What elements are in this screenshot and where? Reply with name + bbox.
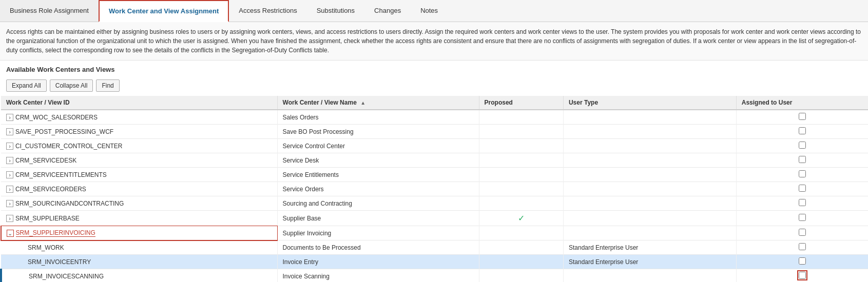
proposed-cell (479, 110, 563, 125)
table-row[interactable]: › CI_CUSTOMER_CONTROL_CENTER Service Con… (1, 139, 868, 153)
col-header-user-type: User Type (563, 96, 736, 110)
assigned-checkbox[interactable] (799, 272, 806, 279)
user-type-cell (563, 196, 736, 211)
assigned-cell[interactable] (736, 125, 868, 139)
assigned-cell[interactable] (736, 255, 868, 269)
wc-id-cell: › CI_CUSTOMER_CONTROL_CENTER (1, 139, 277, 153)
assigned-cell[interactable] (736, 168, 868, 182)
assigned-checkbox[interactable] (799, 113, 806, 120)
work-center-table: Work Center / View ID Work Center / View… (0, 96, 868, 282)
wc-id-cell: ⌄ SRM_SUPPLIERINVOICING (1, 226, 277, 240)
wc-name-cell: Invoice Entry (277, 255, 479, 269)
table-row[interactable]: SRM_WORK Documents to Be ProcessedStanda… (1, 240, 868, 255)
wc-id-text: CRM_SERVICEORDERS (15, 186, 86, 193)
expand-icon[interactable]: › (6, 186, 13, 193)
wc-name-cell: Service Entitlements (277, 168, 479, 182)
wc-name-cell: Service Control Center (277, 139, 479, 153)
proposed-cell (479, 125, 563, 139)
expand-icon[interactable]: › (6, 114, 13, 121)
wc-id-text: CI_CUSTOMER_CONTROL_CENTER (15, 143, 122, 150)
expand-icon[interactable]: › (6, 200, 13, 207)
assigned-cell[interactable] (736, 182, 868, 196)
user-type-cell (563, 226, 736, 240)
assigned-checkbox[interactable] (799, 243, 806, 250)
tab-bar: Business Role AssignmentWork Center and … (0, 0, 868, 22)
assigned-cell[interactable] (736, 139, 868, 153)
table-row[interactable]: › CRM_SERVICEORDERS Service Orders (1, 182, 868, 196)
assigned-cell[interactable] (736, 226, 868, 240)
tab-changes[interactable]: Changes (364, 0, 411, 22)
collapse-icon[interactable]: ⌄ (7, 230, 14, 237)
wc-id-cell: SRM_INVOICEENTRY (1, 255, 277, 269)
assigned-checkbox[interactable] (799, 257, 806, 265)
assigned-checkbox[interactable] (799, 229, 806, 236)
proposed-cell: ✓ (479, 211, 563, 226)
wc-id-cell: › CRM_SERVICEDESK (1, 153, 277, 168)
table-row[interactable]: SRM_INVOICEENTRY Invoice EntryStandard E… (1, 255, 868, 269)
user-type-cell: Standard Enterprise User (563, 240, 736, 255)
expand-all-button[interactable]: Expand All (6, 79, 47, 92)
table-row[interactable]: › CRM_WOC_SALESORDERS Sales Orders (1, 110, 868, 125)
expand-icon[interactable]: › (6, 157, 13, 164)
assigned-cell[interactable] (736, 196, 868, 211)
tab-work-center[interactable]: Work Center and View Assignment (99, 0, 229, 22)
wc-id-text: SRM_INVOICESCANNING (29, 273, 104, 280)
assigned-checkbox[interactable] (799, 156, 806, 163)
assigned-cell[interactable] (736, 269, 868, 283)
wc-id-cell: › SRM_SOURCINGANDCONTRACTING (1, 196, 277, 211)
proposed-cell (479, 168, 563, 182)
assigned-checkbox[interactable] (799, 185, 806, 192)
tab-substitutions[interactable]: Substitutions (307, 0, 364, 22)
assigned-cell[interactable] (736, 153, 868, 168)
wc-name-cell: Supplier Invoicing (277, 226, 479, 240)
wc-id-cell: › SRM_SUPPLIERBASE (1, 211, 277, 226)
tab-business-role[interactable]: Business Role Assignment (0, 0, 99, 22)
expand-icon[interactable]: › (6, 215, 13, 222)
table-header-row: Work Center / View ID Work Center / View… (1, 96, 868, 110)
user-type-cell (563, 125, 736, 139)
user-type-cell (563, 211, 736, 226)
collapse-all-button[interactable]: Collapse All (50, 79, 93, 92)
expand-icon[interactable]: › (6, 143, 13, 150)
table-row[interactable]: › SRM_SUPPLIERBASE Supplier Base✓ (1, 211, 868, 226)
assigned-checkbox[interactable] (799, 142, 806, 149)
wc-id-text: CRM_SERVICEENTITLEMENTS (15, 171, 107, 178)
col-header-assigned: Assigned to User (736, 96, 868, 110)
proposed-cell (479, 255, 563, 269)
wc-id-cell: › CRM_SERVICEENTITLEMENTS (1, 168, 277, 182)
wc-id-text: SAVE_POST_PROCESSING_WCF (15, 128, 113, 135)
proposed-cell (479, 226, 563, 240)
toolbar: Expand All Collapse All Find (0, 76, 868, 96)
sort-icon[interactable]: ▲ (360, 100, 365, 106)
table-row[interactable]: › CRM_SERVICEENTITLEMENTS Service Entitl… (1, 168, 868, 182)
assigned-checkbox[interactable] (799, 214, 806, 221)
assigned-checkbox[interactable] (799, 170, 806, 177)
assigned-cell[interactable] (736, 211, 868, 226)
table-row[interactable]: › SRM_SOURCINGANDCONTRACTING Sourcing an… (1, 196, 868, 211)
expand-icon[interactable]: › (6, 171, 13, 178)
assigned-checkbox[interactable] (799, 127, 806, 134)
table-row[interactable]: SRM_INVOICESCANNING Invoice Scanning (1, 269, 868, 283)
table-row[interactable]: ⌄ SRM_SUPPLIERINVOICING Supplier Invoici… (1, 226, 868, 240)
table-row[interactable]: › SAVE_POST_PROCESSING_WCF Save BO Post … (1, 125, 868, 139)
find-button[interactable]: Find (96, 79, 119, 92)
wc-id-text: SRM_SUPPLIERINVOICING (16, 229, 95, 237)
wc-id-text: CRM_WOC_SALESORDERS (15, 114, 98, 121)
assigned-checkbox[interactable] (799, 199, 806, 206)
assigned-cell[interactable] (736, 240, 868, 255)
col-header-proposed: Proposed (479, 96, 563, 110)
wc-id-text: SRM_SUPPLIERBASE (15, 215, 80, 222)
expand-icon[interactable]: › (6, 128, 13, 135)
wc-name-cell: Supplier Base (277, 211, 479, 226)
wc-name-cell: Save BO Post Processing (277, 125, 479, 139)
table-row[interactable]: › CRM_SERVICEDESK Service Desk (1, 153, 868, 168)
proposed-cell (479, 269, 563, 283)
wc-id-cell: › CRM_SERVICEORDERS (1, 182, 277, 196)
user-type-cell (563, 139, 736, 153)
tab-access-restrictions[interactable]: Access Restrictions (229, 0, 306, 22)
wc-name-cell: Service Orders (277, 182, 479, 196)
tab-notes[interactable]: Notes (411, 0, 448, 22)
user-type-cell (563, 153, 736, 168)
proposed-check-icon: ✓ (485, 213, 558, 223)
assigned-cell[interactable] (736, 110, 868, 125)
